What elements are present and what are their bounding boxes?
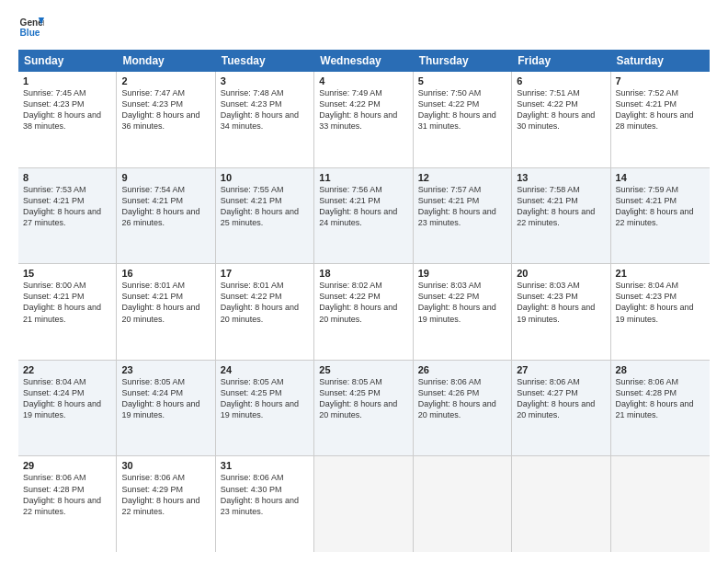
cell-info: Sunrise: 8:04 AM Sunset: 4:23 PM Dayligh… [616,280,705,325]
day-number: 4 [319,75,407,86]
calendar-cell: 4 Sunrise: 7:49 AM Sunset: 4:22 PM Dayli… [314,72,413,167]
header-cell-sunday: Sunday [18,50,117,72]
calendar-cell: 26 Sunrise: 8:06 AM Sunset: 4:26 PM Dayl… [414,361,512,456]
calendar-cell: 9 Sunrise: 7:54 AM Sunset: 4:21 PM Dayli… [117,168,215,264]
day-number: 22 [23,364,111,375]
day-number: 16 [121,268,210,279]
cell-info: Sunrise: 8:05 AM Sunset: 4:25 PM Dayligh… [221,376,309,421]
cell-info: Sunrise: 7:53 AM Sunset: 4:21 PM Dayligh… [23,184,111,229]
cell-info: Sunrise: 8:03 AM Sunset: 4:23 PM Dayligh… [517,280,605,325]
calendar-cell: 3 Sunrise: 7:48 AM Sunset: 4:23 PM Dayli… [216,72,314,167]
day-number: 5 [418,75,506,86]
cell-info: Sunrise: 8:02 AM Sunset: 4:22 PM Dayligh… [319,280,407,325]
calendar-cell [314,456,413,552]
calendar-cell: 17 Sunrise: 8:01 AM Sunset: 4:22 PM Dayl… [216,264,314,360]
calendar-cell: 13 Sunrise: 7:58 AM Sunset: 4:21 PM Dayl… [512,168,610,264]
calendar-cell: 27 Sunrise: 8:06 AM Sunset: 4:27 PM Dayl… [512,361,610,456]
calendar-cell [611,456,710,552]
day-number: 31 [221,460,309,471]
calendar-body: 1 Sunrise: 7:45 AM Sunset: 4:23 PM Dayli… [18,72,710,552]
header-cell-monday: Monday [117,50,215,72]
calendar-cell: 19 Sunrise: 8:03 AM Sunset: 4:22 PM Dayl… [414,264,512,360]
day-number: 23 [121,364,210,375]
cell-info: Sunrise: 8:06 AM Sunset: 4:29 PM Dayligh… [121,472,210,517]
day-number: 26 [418,364,506,375]
calendar-cell: 14 Sunrise: 7:59 AM Sunset: 4:21 PM Dayl… [611,168,710,264]
day-number: 15 [23,268,111,279]
calendar-cell: 29 Sunrise: 8:06 AM Sunset: 4:28 PM Dayl… [18,456,117,552]
calendar-cell: 31 Sunrise: 8:06 AM Sunset: 4:30 PM Dayl… [216,456,314,552]
calendar-cell: 22 Sunrise: 8:04 AM Sunset: 4:24 PM Dayl… [18,361,117,456]
cell-info: Sunrise: 7:51 AM Sunset: 4:22 PM Dayligh… [517,87,605,132]
cell-info: Sunrise: 8:06 AM Sunset: 4:28 PM Dayligh… [616,376,705,421]
day-number: 19 [418,268,506,279]
calendar-row: 8 Sunrise: 7:53 AM Sunset: 4:21 PM Dayli… [18,168,710,265]
day-number: 17 [221,268,309,279]
calendar-cell: 20 Sunrise: 8:03 AM Sunset: 4:23 PM Dayl… [512,264,610,360]
cell-info: Sunrise: 8:01 AM Sunset: 4:22 PM Dayligh… [221,280,309,325]
day-number: 30 [121,460,210,471]
calendar-cell: 15 Sunrise: 8:00 AM Sunset: 4:21 PM Dayl… [18,264,117,360]
cell-info: Sunrise: 8:06 AM Sunset: 4:30 PM Dayligh… [221,472,309,517]
cell-info: Sunrise: 7:54 AM Sunset: 4:21 PM Dayligh… [121,184,210,229]
cell-info: Sunrise: 7:58 AM Sunset: 4:21 PM Dayligh… [517,184,605,229]
day-number: 1 [23,75,111,86]
calendar-row: 1 Sunrise: 7:45 AM Sunset: 4:23 PM Dayli… [18,72,710,168]
cell-info: Sunrise: 8:06 AM Sunset: 4:28 PM Dayligh… [23,472,111,517]
day-number: 28 [616,364,705,375]
cell-info: Sunrise: 8:03 AM Sunset: 4:22 PM Dayligh… [418,280,506,325]
cell-info: Sunrise: 7:47 AM Sunset: 4:23 PM Dayligh… [121,87,210,132]
day-number: 13 [517,172,605,183]
calendar-cell: 12 Sunrise: 7:57 AM Sunset: 4:21 PM Dayl… [414,168,512,264]
calendar-cell: 10 Sunrise: 7:55 AM Sunset: 4:21 PM Dayl… [216,168,314,264]
cell-info: Sunrise: 7:49 AM Sunset: 4:22 PM Dayligh… [319,87,407,132]
day-number: 2 [121,75,210,86]
day-number: 25 [319,364,407,375]
day-number: 29 [23,460,111,471]
calendar-cell: 7 Sunrise: 7:52 AM Sunset: 4:21 PM Dayli… [611,72,710,167]
cell-info: Sunrise: 7:52 AM Sunset: 4:21 PM Dayligh… [616,87,705,132]
calendar-cell: 16 Sunrise: 8:01 AM Sunset: 4:21 PM Dayl… [117,264,215,360]
calendar-cell: 2 Sunrise: 7:47 AM Sunset: 4:23 PM Dayli… [117,72,215,167]
day-number: 11 [319,172,407,183]
calendar-cell: 30 Sunrise: 8:06 AM Sunset: 4:29 PM Dayl… [117,456,215,552]
calendar-cell [414,456,512,552]
day-number: 21 [616,268,705,279]
day-number: 9 [121,172,210,183]
cell-info: Sunrise: 8:00 AM Sunset: 4:21 PM Dayligh… [23,280,111,325]
day-number: 7 [616,75,705,86]
cell-info: Sunrise: 8:04 AM Sunset: 4:24 PM Dayligh… [23,376,111,421]
logo-icon: General Blue [18,15,44,40]
calendar-cell [512,456,610,552]
calendar-row: 29 Sunrise: 8:06 AM Sunset: 4:28 PM Dayl… [18,456,710,552]
header: General Blue [18,15,710,40]
cell-info: Sunrise: 7:55 AM Sunset: 4:21 PM Dayligh… [221,184,309,229]
calendar-cell: 1 Sunrise: 7:45 AM Sunset: 4:23 PM Dayli… [18,72,117,167]
header-cell-wednesday: Wednesday [314,50,413,72]
calendar-cell: 21 Sunrise: 8:04 AM Sunset: 4:23 PM Dayl… [611,264,710,360]
cell-info: Sunrise: 8:05 AM Sunset: 4:25 PM Dayligh… [319,376,407,421]
calendar-cell: 24 Sunrise: 8:05 AM Sunset: 4:25 PM Dayl… [216,361,314,456]
day-number: 24 [221,364,309,375]
cell-info: Sunrise: 8:01 AM Sunset: 4:21 PM Dayligh… [121,280,210,325]
day-number: 3 [221,75,309,86]
day-number: 14 [616,172,705,183]
cell-info: Sunrise: 8:06 AM Sunset: 4:27 PM Dayligh… [517,376,605,421]
day-number: 27 [517,364,605,375]
calendar-cell: 8 Sunrise: 7:53 AM Sunset: 4:21 PM Dayli… [18,168,117,264]
header-cell-thursday: Thursday [414,50,512,72]
logo: General Blue [18,15,48,40]
day-number: 18 [319,268,407,279]
calendar-cell: 6 Sunrise: 7:51 AM Sunset: 4:22 PM Dayli… [512,72,610,167]
cell-info: Sunrise: 7:45 AM Sunset: 4:23 PM Dayligh… [23,87,111,132]
calendar-cell: 25 Sunrise: 8:05 AM Sunset: 4:25 PM Dayl… [314,361,413,456]
svg-text:Blue: Blue [20,28,40,38]
cell-info: Sunrise: 7:48 AM Sunset: 4:23 PM Dayligh… [221,87,309,132]
cell-info: Sunrise: 7:57 AM Sunset: 4:21 PM Dayligh… [418,184,506,229]
day-number: 20 [517,268,605,279]
calendar-cell: 5 Sunrise: 7:50 AM Sunset: 4:22 PM Dayli… [414,72,512,167]
calendar-row: 22 Sunrise: 8:04 AM Sunset: 4:24 PM Dayl… [18,361,710,457]
day-number: 12 [418,172,506,183]
calendar-cell: 11 Sunrise: 7:56 AM Sunset: 4:21 PM Dayl… [314,168,413,264]
cell-info: Sunrise: 7:50 AM Sunset: 4:22 PM Dayligh… [418,87,506,132]
